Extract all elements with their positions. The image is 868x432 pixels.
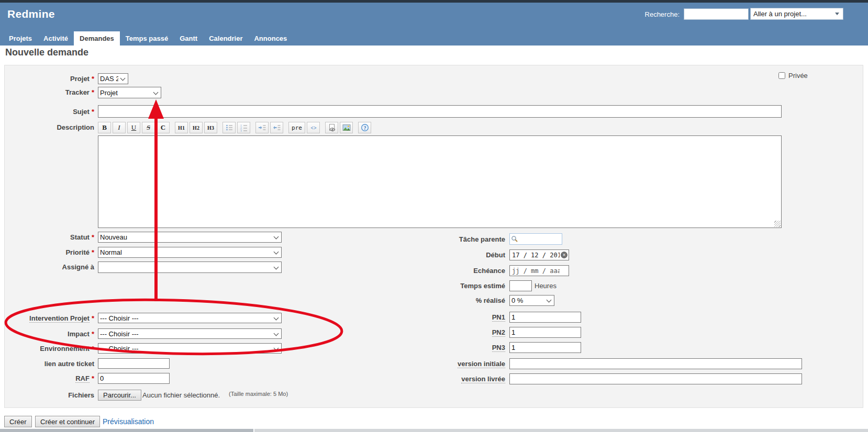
statut-select[interactable]: Nouveau xyxy=(98,232,282,243)
priorite-select-wrap: Normal xyxy=(98,247,282,258)
toolbar-pre-button[interactable]: pre xyxy=(288,122,305,133)
private-field: Privée xyxy=(778,71,808,79)
required-marker: * xyxy=(92,75,94,83)
tracker-select[interactable]: Projet xyxy=(98,87,161,98)
tab-gantt[interactable]: Gantt xyxy=(174,31,203,46)
tab-projets[interactable]: Projets xyxy=(3,31,38,46)
temps-estime-input[interactable] xyxy=(509,280,532,291)
toolbar-indent-left-icon[interactable] xyxy=(270,122,283,133)
tab-calendrier[interactable]: Calendrier xyxy=(203,31,248,46)
create-continue-button[interactable]: Créer et continuer xyxy=(35,416,100,427)
environnement-select-wrap: --- Choisir --- xyxy=(98,343,282,354)
tracker-label: Tracker* xyxy=(0,87,94,98)
version-initiale-input[interactable] xyxy=(509,358,802,369)
version-livree-input[interactable] xyxy=(509,373,802,384)
toolbar-underline-button[interactable]: U xyxy=(127,122,140,133)
toolbar-h2-button[interactable]: H2 xyxy=(190,122,203,133)
tab-annonces[interactable]: Annonces xyxy=(248,31,293,46)
search-input[interactable] xyxy=(684,8,749,20)
description-toolbar: B I U S C H1 H2 H3 123 pre <> ? xyxy=(98,122,373,133)
projet-select[interactable]: DAS 2 xyxy=(98,73,128,84)
realise-select-wrap: 0 % xyxy=(509,295,554,306)
toolbar-link-icon[interactable] xyxy=(325,122,338,133)
toolbar-strike-button[interactable]: S xyxy=(142,122,155,133)
required-marker: * xyxy=(92,314,94,322)
tache-parente-input[interactable] xyxy=(509,233,562,245)
toolbar-italic-button[interactable]: I xyxy=(113,122,126,133)
redmine-window: Redmine Recherche: Aller à un projet... … xyxy=(0,0,868,432)
impact-label: Impact* xyxy=(0,328,94,339)
sujet-label: Sujet* xyxy=(0,106,94,117)
required-marker: * xyxy=(92,374,94,382)
toolbar-h1-button[interactable]: H1 xyxy=(175,122,188,133)
svg-text:<>: <> xyxy=(310,125,317,131)
clear-date-icon[interactable]: × xyxy=(561,252,567,258)
lien-autre-ticket-input[interactable] xyxy=(98,358,170,369)
project-jump-select[interactable]: Aller à un projet... xyxy=(750,8,843,20)
environnement-select[interactable]: --- Choisir --- xyxy=(98,343,282,354)
private-checkbox[interactable] xyxy=(778,72,785,79)
debut-date-wrap: × xyxy=(509,249,569,260)
toolbar-bold-button[interactable]: B xyxy=(98,122,111,133)
assigne-label: Assigné à xyxy=(0,262,94,272)
sujet-input[interactable] xyxy=(98,105,782,118)
app-header: Redmine Recherche: Aller à un projet... xyxy=(0,3,868,31)
lien-autre-ticket-label: lien autre ticket xyxy=(0,358,94,369)
projet-select-wrap: DAS 2 xyxy=(98,73,128,84)
echeance-date-wrap xyxy=(509,265,569,276)
pn3-input[interactable] xyxy=(509,342,581,353)
pn1-label: PN1 xyxy=(325,312,505,323)
tab-temps-passe[interactable]: Temps passé xyxy=(120,31,174,46)
echeance-date-input[interactable] xyxy=(509,265,569,276)
footer-divider-left xyxy=(0,429,253,432)
version-livree-label: version livrée xyxy=(325,373,505,384)
statut-select-wrap: Nouveau xyxy=(98,232,282,243)
create-button[interactable]: Créer xyxy=(4,416,32,427)
pn3-label: PN3 xyxy=(325,342,505,353)
debut-date-input[interactable] xyxy=(509,249,569,260)
intervention-select[interactable]: --- Choisir --- xyxy=(98,313,282,323)
pn2-input[interactable] xyxy=(509,327,581,338)
description-label: Description xyxy=(0,122,94,133)
required-marker: * xyxy=(92,88,94,96)
impact-select-wrap: --- Choisir --- xyxy=(98,328,282,339)
toolbar-inline-code-button[interactable]: C xyxy=(157,122,170,133)
priorite-label: Priorité* xyxy=(0,247,94,258)
raf-input[interactable] xyxy=(98,373,170,384)
tab-demandes[interactable]: Demandes xyxy=(74,31,120,46)
toolbar-image-icon[interactable] xyxy=(340,122,353,133)
assigne-select[interactable] xyxy=(98,262,282,273)
toolbar-h3-button[interactable]: H3 xyxy=(204,122,217,133)
raf-label: RAF* xyxy=(0,373,94,384)
toolbar-help-icon[interactable]: ? xyxy=(358,122,371,133)
pn1-input[interactable] xyxy=(509,312,581,323)
preview-link[interactable]: Prévisualisation xyxy=(103,417,154,426)
description-textarea[interactable] xyxy=(98,135,782,228)
projet-label: Projet* xyxy=(0,73,94,84)
svg-text:3: 3 xyxy=(240,129,242,132)
toolbar-bullet-list-icon[interactable] xyxy=(222,122,236,133)
intervention-label: Intervention Projet* xyxy=(0,313,94,324)
environnement-label: Environnement* xyxy=(0,343,94,354)
assigne-select-wrap xyxy=(98,262,282,273)
heures-unit-label: Heures xyxy=(535,280,557,291)
private-label: Privée xyxy=(788,72,808,79)
main-menu: Projets Activité Demandes Temps passé Ga… xyxy=(0,31,868,46)
pn2-label: PN2 xyxy=(325,327,505,338)
tracker-select-wrap: Projet xyxy=(98,87,161,98)
tache-parente-label: Tâche parente xyxy=(325,234,505,245)
realise-select[interactable]: 0 % xyxy=(509,295,554,306)
toolbar-numbered-list-icon[interactable]: 123 xyxy=(237,122,250,133)
toolbar-code-icon[interactable]: <> xyxy=(307,122,320,133)
tab-activite[interactable]: Activité xyxy=(38,31,74,46)
temps-estime-label: Temps estimé xyxy=(325,280,505,291)
priorite-select[interactable]: Normal xyxy=(98,247,282,258)
toolbar-indent-right-icon[interactable] xyxy=(255,122,269,133)
debut-label: Début xyxy=(325,249,505,260)
app-title: Redmine xyxy=(7,8,55,20)
impact-select[interactable]: --- Choisir --- xyxy=(98,328,282,339)
version-initiale-label: version initiale xyxy=(325,358,505,369)
echeance-label: Echéance xyxy=(325,265,505,276)
required-marker: * xyxy=(92,248,94,256)
browse-button[interactable]: Parcourir... xyxy=(98,390,141,401)
